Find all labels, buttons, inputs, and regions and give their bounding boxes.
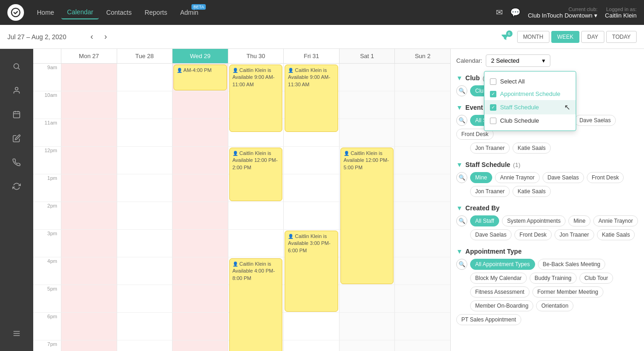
calendar-event[interactable]: 👤 Caitlin Klein is Available 12:00 PM-2:… xyxy=(229,148,283,201)
staff-schedule-mine-tag[interactable]: Mine xyxy=(470,172,492,183)
cell-fri31-7pm[interactable] xyxy=(283,340,339,351)
calendar-event[interactable]: 👤 Caitlin Klein is Available 9:00 AM-11:… xyxy=(285,65,338,132)
sidebar-edit-icon[interactable] xyxy=(6,128,28,149)
cell-tue28-11am[interactable] xyxy=(117,119,173,147)
cell-wed29-4pm[interactable] xyxy=(172,257,228,285)
cell-fri31-2pm[interactable] xyxy=(283,202,339,230)
messages-icon[interactable]: ✉ xyxy=(496,7,503,18)
cell-sun2-12pm[interactable] xyxy=(394,147,450,174)
cell-sun2-11am[interactable] xyxy=(394,119,450,147)
appointment-schedule-checkbox[interactable]: ✓ xyxy=(490,91,496,97)
cell-sun2-1pm[interactable] xyxy=(394,174,450,202)
cell-wed29-3pm[interactable] xyxy=(172,230,228,257)
cell-fri31-12pm[interactable] xyxy=(283,147,339,174)
dropdown-appointment-schedule[interactable]: ✓ Appointment Schedule xyxy=(484,88,576,100)
cell-sun2-3pm[interactable] xyxy=(394,230,450,257)
cell-wed29-2pm[interactable] xyxy=(172,202,228,230)
cell-mon27-3pm[interactable] xyxy=(61,230,117,257)
cell-sat1-7pm[interactable] xyxy=(339,340,395,351)
filter-icon[interactable]: 6 xyxy=(501,32,510,42)
nav-contacts[interactable]: Contacts xyxy=(101,6,137,19)
cell-mon27-4pm[interactable] xyxy=(61,257,117,285)
cell-thu30-3pm[interactable] xyxy=(228,230,284,257)
created-by-frontdesk-tag[interactable]: Front Desk xyxy=(514,229,552,240)
appointment-type-fitness-tag[interactable]: Fitness Assessment xyxy=(470,286,530,297)
appointment-type-chevron-icon[interactable]: ▼ xyxy=(456,248,463,255)
club-dropdown-icon[interactable]: ▾ xyxy=(594,12,597,19)
cell-wed29-10am[interactable] xyxy=(172,91,228,119)
nav-reports[interactable]: Reports xyxy=(139,6,173,19)
cell-sat1-5pm[interactable] xyxy=(339,285,395,313)
cell-mon27-6pm[interactable] xyxy=(61,313,117,340)
appointment-type-orientation-tag[interactable]: Orientation xyxy=(536,300,573,311)
appointment-type-search-icon[interactable]: 🔍 xyxy=(456,259,467,270)
cell-sat1-9am[interactable] xyxy=(339,64,395,91)
cell-thu30-9am[interactable]: 👤 Caitlin Klein is Available 9:00 AM-11:… xyxy=(228,64,284,91)
view-week-button[interactable]: WEEK xyxy=(551,31,579,43)
event-owner-search-icon[interactable]: 🔍 xyxy=(456,115,467,126)
cell-wed29-5pm[interactable] xyxy=(172,285,228,313)
staff-schedule-katiesaals-tag[interactable]: Katie Saals xyxy=(513,186,551,197)
sidebar-contacts-icon[interactable] xyxy=(6,80,28,101)
cell-sat1-6pm[interactable] xyxy=(339,313,395,340)
dropdown-club-schedule[interactable]: Club Schedule xyxy=(484,114,576,127)
created-by-dave-tag[interactable]: Dave Saelas xyxy=(470,229,512,240)
staff-schedule-dave-tag[interactable]: Dave Saelas xyxy=(543,172,584,183)
calendar-event[interactable]: 👤 Caitlin Klein is Available 9:00 AM-11:… xyxy=(229,65,283,132)
staff-schedule-chevron-icon[interactable]: ▼ xyxy=(456,161,463,168)
view-month-button[interactable]: MONTH xyxy=(517,31,549,43)
calendar-event[interactable]: 👤 Caitlin Klein is Available 4:00 PM-8:0… xyxy=(229,258,283,351)
cell-wed29-12pm[interactable] xyxy=(172,147,228,174)
cell-tue28-3pm[interactable] xyxy=(117,230,173,257)
prev-week-button[interactable]: ‹ xyxy=(87,30,97,43)
sidebar-menu-icon[interactable] xyxy=(6,323,28,344)
cell-tue28-12pm[interactable] xyxy=(117,147,173,174)
cell-tue28-10am[interactable] xyxy=(117,91,173,119)
cell-tue28-5pm[interactable] xyxy=(117,285,173,313)
cell-mon27-5pm[interactable] xyxy=(61,285,117,313)
cell-fri31-1pm[interactable] xyxy=(283,174,339,202)
created-by-chevron-icon[interactable]: ▼ xyxy=(456,204,463,212)
event-owner-chevron-icon[interactable]: ▼ xyxy=(456,104,463,111)
appointment-type-former-tag[interactable]: Former Member Meeting xyxy=(532,286,603,297)
cell-wed29-9am[interactable]: 👤 AM-4:00 PM xyxy=(172,64,228,91)
created-by-allstaff-tag[interactable]: All Staff xyxy=(470,215,499,226)
staff-schedule-annie-tag[interactable]: Annie Traynor xyxy=(495,172,540,183)
cell-wed29-11am[interactable] xyxy=(172,119,228,147)
event-owner-dave-tag[interactable]: Dave Saelas xyxy=(574,115,616,126)
created-by-mine-tag[interactable]: Mine xyxy=(568,215,590,226)
cell-tue28-7pm[interactable] xyxy=(117,340,173,351)
created-by-system-tag[interactable]: System Appointments xyxy=(502,215,566,226)
view-today-button[interactable]: TODAY xyxy=(606,31,637,43)
calendar-event[interactable]: 👤 Caitlin Klein is Available 12:00 PM-5:… xyxy=(340,148,394,284)
cell-sat1-11am[interactable] xyxy=(339,119,395,147)
event-owner-katiesaals-tag[interactable]: Katie Saals xyxy=(513,143,551,154)
staff-schedule-checkbox[interactable]: ✓ xyxy=(490,104,496,111)
cell-mon27-10am[interactable] xyxy=(61,91,117,119)
appointment-type-beback-tag[interactable]: Be-Back Sales Meeting xyxy=(538,259,606,270)
club-schedule-checkbox[interactable] xyxy=(490,118,496,124)
select-all-checkbox[interactable] xyxy=(490,78,496,85)
cell-mon27-1pm[interactable] xyxy=(61,174,117,202)
cell-sun2-5pm[interactable] xyxy=(394,285,450,313)
cell-sun2-6pm[interactable] xyxy=(394,313,450,340)
cell-thu30-2pm[interactable] xyxy=(228,202,284,230)
staff-schedule-search-icon[interactable]: 🔍 xyxy=(456,172,467,183)
cell-wed29-1pm[interactable] xyxy=(172,174,228,202)
cell-fri31-6pm[interactable] xyxy=(283,313,339,340)
dropdown-staff-schedule[interactable]: ✓ Staff Schedule ↖ xyxy=(484,100,576,114)
appointment-type-all-tag[interactable]: All Appointment Types xyxy=(470,259,535,270)
cell-mon27-7pm[interactable] xyxy=(61,340,117,351)
sidebar-calendar-icon[interactable] xyxy=(6,104,28,125)
staff-schedule-frontdesk-tag[interactable]: Front Desk xyxy=(587,172,624,183)
sidebar-phone-icon[interactable] xyxy=(6,152,28,173)
club-chevron-icon[interactable]: ▼ xyxy=(456,74,463,82)
cell-mon27-2pm[interactable] xyxy=(61,202,117,230)
staff-schedule-jontraaner-tag[interactable]: Jon Traaner xyxy=(470,186,510,197)
calendar-event[interactable]: 👤 Caitlin Klein is Available 3:00 PM-6:0… xyxy=(285,231,338,312)
cell-sun2-2pm[interactable] xyxy=(394,202,450,230)
cell-thu30-12pm[interactable]: 👤 Caitlin Klein is Available 12:00 PM-2:… xyxy=(228,147,284,174)
cell-tue28-1pm[interactable] xyxy=(117,174,173,202)
created-by-search-icon[interactable]: 🔍 xyxy=(456,215,467,226)
created-by-annie-tag[interactable]: Annie Traynor xyxy=(593,215,638,226)
